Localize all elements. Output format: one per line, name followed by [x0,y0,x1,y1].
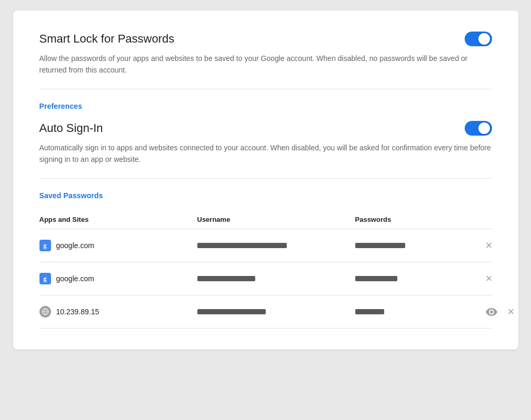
passwords-table: Apps and Sites Username Passwords g goog… [39,210,492,329]
site-cell-2: g google.com [39,273,197,284]
table-row: g google.com [39,229,492,262]
table-header: Apps and Sites Username Passwords [39,210,492,229]
auto-signin-title: Auto Sign-In [39,121,103,135]
username-redacted-1 [197,243,287,248]
divider-2 [39,178,492,179]
eye-icon-3 [486,308,497,316]
divider-1 [39,89,492,89]
reveal-password-button-3[interactable] [482,305,502,318]
auto-signin-toggle[interactable] [465,121,492,136]
actions-cell-1 [482,237,513,254]
smart-lock-title: Smart Lock for Passwords [39,32,175,46]
delete-button-3[interactable] [504,303,519,321]
toggle-thumb-2 [478,122,490,134]
auto-signin-section: Auto Sign-In [39,121,492,136]
smart-lock-toggle[interactable] [465,32,492,46]
settings-card: Smart Lock for Passwords Allow the passw… [13,11,518,350]
username-redacted-3 [197,309,266,314]
password-redacted-3 [355,309,384,314]
site-name-1: google.com [56,241,94,250]
google-icon-2: g [39,273,51,284]
table-row: g google.com [39,262,492,295]
password-cell-1 [355,243,482,248]
col-header-username: Username [197,216,355,223]
site-name-2: google.com [56,274,94,283]
col-header-sites: Apps and Sites [39,216,197,223]
delete-button-1[interactable] [482,237,497,254]
table-row: 10.239.89.15 [39,295,492,329]
password-cell-2 [355,276,482,281]
username-redacted-2 [197,276,255,281]
smart-lock-section: Smart Lock for Passwords [39,32,492,46]
smart-lock-description: Allow the passwords of your apps and web… [39,53,492,76]
username-cell-1 [197,243,355,248]
actions-cell-3 [482,303,513,321]
auto-signin-description: Automatically sign in to apps and websit… [39,142,492,166]
col-header-actions [482,216,513,223]
username-cell-3 [197,309,355,314]
username-cell-2 [197,276,355,281]
password-redacted-2 [355,276,397,281]
x-icon-3 [508,305,515,319]
preferences-label: Preferences [39,102,492,110]
globe-icon-3 [39,306,51,317]
col-header-passwords: Passwords [355,216,482,223]
site-cell-1: g google.com [39,240,197,251]
site-name-3: 10.239.89.15 [56,308,99,316]
toggle-thumb [478,33,490,45]
password-cell-3 [355,309,482,314]
site-cell-3: 10.239.89.15 [39,306,197,317]
actions-cell-2 [482,270,513,288]
x-icon-1 [486,239,493,252]
delete-button-2[interactable] [482,270,497,288]
x-icon-2 [486,272,493,285]
saved-passwords-label: Saved Passwords [39,191,492,200]
password-redacted-1 [355,243,405,248]
google-icon-1: g [39,240,51,251]
